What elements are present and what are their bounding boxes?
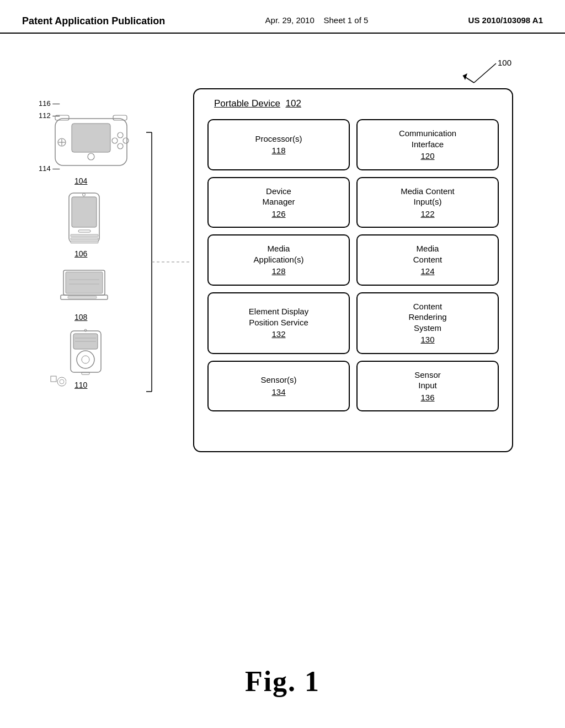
content-rendering-number: 130 (420, 334, 434, 345)
svg-marker-2 (463, 73, 467, 80)
svg-rect-23 (66, 272, 103, 293)
component-media-applications: MediaApplication(s) 128 (207, 234, 350, 286)
device-108-drawing (58, 267, 113, 312)
component-comm-interface: CommunicationInterface 120 (356, 119, 499, 170)
header-sheet: Sheet 1 of 5 (323, 15, 368, 25)
element-display-label: Element DisplayPosition Service (249, 306, 308, 328)
svg-point-8 (118, 143, 123, 149)
media-content-inputs-label: Media ContentInput(s) (401, 186, 455, 207)
svg-rect-36 (51, 376, 56, 382)
svg-rect-4 (72, 124, 110, 152)
processor-number: 118 (271, 145, 285, 156)
header-right: US 2010/103098 A1 (468, 15, 543, 25)
media-applications-label: MediaApplication(s) (254, 243, 304, 265)
media-applications-number: 128 (271, 266, 285, 277)
ref-114: 114 — (39, 164, 60, 173)
content-rendering-label: ContentRenderingSystem (408, 301, 446, 334)
processor-label: Processor(s) (255, 133, 302, 144)
header-center: Apr. 29, 2010 Sheet 1 of 5 (265, 15, 369, 25)
component-element-display: Element DisplayPosition Service 132 (207, 292, 350, 354)
svg-point-7 (123, 138, 129, 143)
header-left: Patent Application Publication (22, 15, 165, 27)
comm-interface-label: CommunicationInterface (399, 128, 456, 149)
component-content-rendering: ContentRenderingSystem 130 (356, 292, 499, 354)
media-content-inputs-number: 122 (420, 208, 434, 220)
component-media-content-inputs: Media ContentInput(s) 122 (356, 177, 499, 228)
figure-label: Fig. 1 (245, 665, 320, 698)
svg-point-6 (118, 132, 123, 138)
page-header: Patent Application Publication Apr. 29, … (0, 0, 565, 34)
svg-point-9 (112, 138, 118, 143)
sensor-input-label: SensorInput (414, 370, 441, 391)
sensors-label: Sensor(s) (260, 374, 296, 386)
bracket-connector (141, 94, 196, 414)
svg-rect-27 (68, 296, 97, 298)
comm-interface-number: 120 (420, 151, 434, 162)
component-sensors: Sensor(s) 134 (207, 361, 350, 412)
portable-device-box: Portable Device 102 Processor(s) 118 Com… (193, 88, 513, 452)
header-date: Apr. 29, 2010 (265, 15, 315, 25)
device-manager-label: DeviceManager (262, 186, 295, 207)
portable-device-title: Portable Device 102 (203, 98, 503, 109)
svg-rect-16 (72, 197, 97, 227)
svg-point-37 (57, 377, 66, 386)
svg-point-33 (82, 356, 89, 363)
component-grid: Processor(s) 118 CommunicationInterface … (203, 117, 503, 414)
svg-rect-14 (113, 115, 127, 120)
svg-point-38 (60, 379, 64, 384)
portable-device-title-text: Portable Device (214, 98, 280, 109)
component-device-manager: DeviceManager 126 (207, 177, 350, 228)
media-content-number: 124 (420, 266, 434, 277)
diagram-area: 116 — 112 — 114 — (33, 88, 530, 629)
svg-line-0 (474, 63, 496, 83)
svg-point-12 (88, 153, 94, 160)
svg-rect-17 (78, 230, 90, 232)
ref-106: 106 (74, 249, 87, 258)
device-106-drawing (61, 190, 110, 248)
component-media-content: MediaContent 124 (356, 234, 499, 286)
ref-100-label: 100 (498, 58, 511, 67)
component-sensor-input: SensorInput 136 (356, 361, 499, 412)
svg-point-32 (77, 351, 94, 368)
component-processor: Processor(s) 118 (207, 119, 350, 170)
element-display-number: 132 (271, 329, 285, 340)
device-110-circles (50, 375, 66, 393)
ref-108: 108 (74, 313, 87, 322)
ref-100-arrow: 100 (446, 58, 513, 91)
svg-rect-18 (71, 234, 98, 237)
ref-110: 110 (74, 381, 87, 389)
portable-device-number: 102 (285, 98, 301, 109)
sensors-number: 134 (271, 387, 285, 398)
svg-rect-13 (55, 115, 69, 120)
device-manager-number: 126 (271, 208, 285, 220)
svg-rect-20 (71, 241, 98, 243)
device-110-drawing (65, 328, 109, 383)
svg-point-21 (83, 194, 86, 196)
media-content-label: MediaContent (413, 243, 443, 265)
ref-104: 104 (74, 176, 87, 185)
svg-rect-19 (71, 238, 98, 240)
sensor-input-number: 136 (420, 392, 434, 403)
